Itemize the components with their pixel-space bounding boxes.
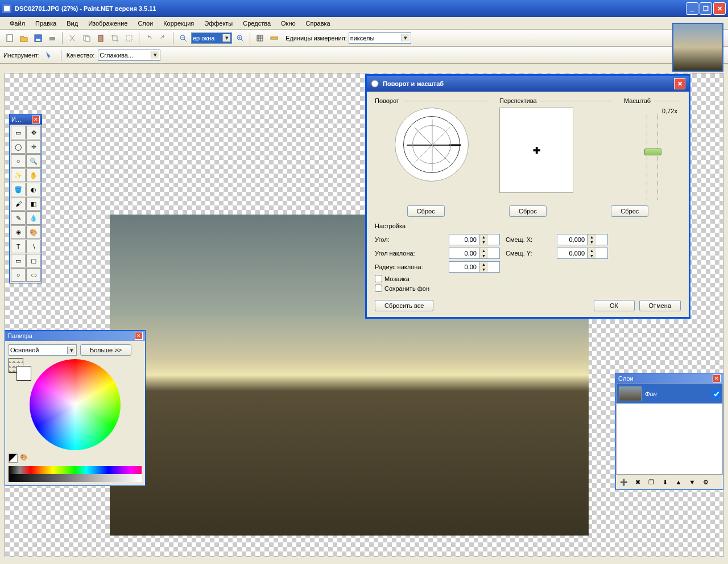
minimize-button[interactable]: _ [686, 2, 698, 15]
keep-bg-checkbox[interactable] [375, 285, 382, 292]
tools-panel-header[interactable]: И... ✕ [10, 114, 42, 125]
layer-properties-button[interactable]: ⚙ [700, 476, 712, 488]
menu-image[interactable]: Изображение [83, 18, 133, 28]
tool-clone[interactable]: ⊕ [11, 225, 26, 239]
scale-slider[interactable] [647, 114, 658, 200]
layers-close[interactable]: ✕ [713, 374, 721, 382]
bw-swatch[interactable] [9, 454, 18, 463]
move-down-button[interactable]: ▼ [686, 476, 698, 488]
maximize-button[interactable]: ❐ [700, 2, 712, 15]
tool-rect[interactable]: ▭ [11, 254, 26, 267]
crop-button[interactable] [109, 32, 121, 44]
layers-header[interactable]: Слои ✕ [616, 373, 723, 384]
menu-file[interactable]: Файл [5, 18, 30, 28]
move-up-button[interactable]: ▲ [672, 476, 685, 488]
scale-thumb[interactable] [644, 149, 661, 155]
tool-pencil[interactable]: ✎ [11, 211, 26, 225]
svg-rect-2 [7, 35, 13, 42]
deselect-button[interactable] [123, 32, 135, 44]
menu-help[interactable]: Справка [301, 18, 336, 28]
mosaic-checkbox[interactable] [375, 275, 382, 282]
grid-button[interactable] [254, 32, 266, 44]
redo-button[interactable] [157, 32, 169, 44]
tool-gradient[interactable]: ◐ [26, 183, 41, 196]
menu-tools[interactable]: Средства [238, 18, 276, 28]
tilt-radius-input[interactable]: ▲▼ [449, 261, 500, 273]
tilt-angle-input[interactable]: ▲▼ [449, 248, 500, 259]
color-palette-strip[interactable] [9, 466, 142, 482]
tool-fill[interactable]: 🪣 [11, 183, 26, 196]
perspective-control[interactable]: ✚ [499, 108, 573, 193]
offset-y-input[interactable]: ▲▼ [557, 248, 608, 259]
tool-move-selection[interactable]: ✛ [26, 140, 41, 154]
paste-button[interactable] [94, 32, 107, 44]
close-button[interactable]: ✕ [713, 2, 726, 15]
palette-icon[interactable]: 🎨 [20, 454, 29, 463]
menu-window[interactable]: Окно [276, 18, 301, 28]
cut-button[interactable] [66, 32, 78, 44]
new-button[interactable] [3, 32, 16, 44]
merge-down-button[interactable]: ⬇ [659, 476, 671, 488]
save-button[interactable] [32, 32, 44, 44]
tool-ellipse-select[interactable]: ○ [11, 154, 26, 168]
units-combo[interactable]: пикселы ▾ [349, 32, 411, 44]
menu-edit[interactable]: Правка [30, 18, 61, 28]
tool-rect-select[interactable]: ▭ [11, 126, 26, 139]
open-button[interactable] [18, 32, 30, 44]
palette-header[interactable]: Палитра ✕ [5, 331, 145, 341]
dialog-titlebar[interactable]: Поворот и масштаб ✕ [367, 76, 689, 92]
add-layer-button[interactable]: ➕ [618, 476, 630, 488]
reset-scale-button[interactable]: Сброс [611, 205, 648, 217]
color-wheel[interactable] [30, 359, 121, 450]
more-button[interactable]: Больше >> [80, 344, 131, 356]
angle-input[interactable]: ▲▼ [449, 234, 500, 245]
reset-perspective-button[interactable]: Сброс [509, 205, 547, 217]
tool-pan[interactable]: ✋ [26, 168, 41, 182]
menu-view[interactable]: Вид [61, 18, 83, 28]
rotate-control[interactable] [395, 108, 469, 182]
zoom-out-button[interactable] [177, 32, 189, 44]
tool-eraser[interactable]: ◧ [26, 197, 41, 211]
zoom-combo[interactable]: ер окна ▾ [191, 32, 232, 44]
quality-combo[interactable]: Сглажива... ▾ [98, 50, 160, 61]
delete-layer-button[interactable]: ✖ [631, 476, 644, 488]
current-tool-icon[interactable] [43, 49, 56, 61]
palette-close[interactable]: ✕ [135, 332, 143, 340]
tool-picker[interactable]: 💧 [26, 211, 41, 225]
dialog-close[interactable]: ✕ [674, 78, 685, 89]
reset-all-button[interactable]: Сбросить все [375, 300, 433, 311]
tool-move[interactable]: ✥ [26, 126, 41, 139]
tool-rounded-rect[interactable]: ▢ [26, 254, 41, 267]
layer-item[interactable]: Фон [617, 384, 722, 404]
color-mode-combo[interactable]: Основной ▾ [9, 344, 77, 356]
secondary-swatch[interactable] [16, 366, 31, 381]
tool-freeform[interactable]: ⬭ [26, 268, 41, 282]
tool-zoom[interactable]: 🔍 [26, 154, 41, 168]
cancel-button[interactable]: Отмена [639, 300, 681, 311]
ok-button[interactable]: ОК [594, 300, 635, 311]
zoom-in-button[interactable] [234, 32, 246, 44]
tool-lasso[interactable]: ◯ [11, 140, 26, 154]
tool-magic-wand[interactable]: ✨ [11, 168, 26, 182]
tool-line[interactable]: ∖ [26, 240, 41, 253]
tool-ellipse[interactable]: ○ [11, 268, 26, 282]
tool-brush[interactable]: 🖌 [11, 197, 26, 211]
menu-layers[interactable]: Слои [133, 18, 158, 28]
offset-y-label: Смещ. Y: [506, 250, 551, 257]
layers-list[interactable]: Фон [616, 384, 723, 475]
tools-panel-close[interactable]: ✕ [32, 116, 40, 123]
color-swatches[interactable] [9, 358, 23, 373]
tool-text[interactable]: T [11, 240, 26, 253]
offset-x-input[interactable]: ▲▼ [557, 234, 608, 245]
tool-recolor[interactable]: 🎨 [26, 225, 41, 239]
reset-rotate-button[interactable]: Сброс [407, 205, 445, 217]
duplicate-layer-button[interactable]: ❐ [645, 476, 657, 488]
ruler-button[interactable] [268, 32, 280, 44]
preview-thumbnail[interactable] [672, 23, 723, 72]
copy-button[interactable] [80, 32, 93, 44]
layer-visible-checkbox[interactable] [713, 390, 720, 398]
menu-effects[interactable]: Эффекты [199, 18, 238, 28]
menu-adjustments[interactable]: Коррекция [158, 18, 199, 28]
print-button[interactable] [46, 32, 59, 44]
undo-button[interactable] [143, 32, 155, 44]
